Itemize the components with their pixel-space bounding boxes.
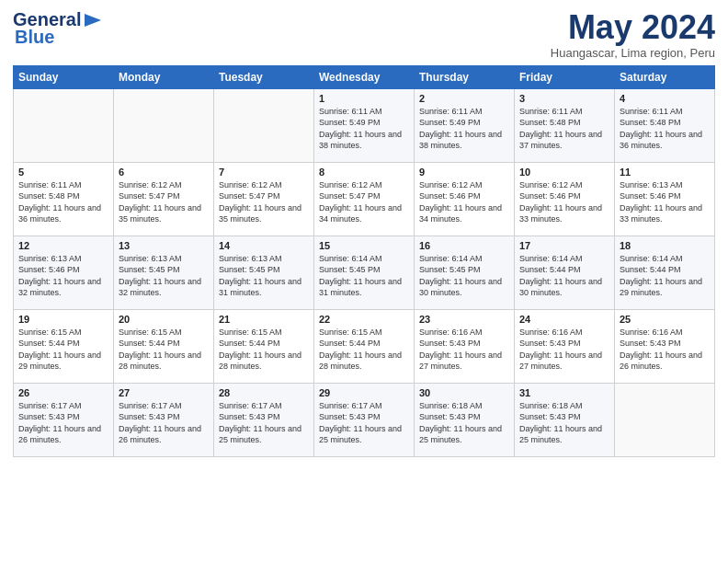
calendar-cell: 16Sunrise: 6:14 AM Sunset: 5:45 PM Dayli…	[415, 236, 515, 309]
calendar-cell: 27Sunrise: 6:17 AM Sunset: 5:43 PM Dayli…	[114, 383, 214, 456]
day-number: 23	[419, 314, 509, 325]
day-number: 24	[519, 314, 609, 325]
day-info: Sunrise: 6:14 AM Sunset: 5:45 PM Dayligh…	[419, 253, 509, 299]
day-info: Sunrise: 6:14 AM Sunset: 5:45 PM Dayligh…	[319, 253, 409, 299]
calendar-cell: 8Sunrise: 6:12 AM Sunset: 5:47 PM Daylig…	[314, 162, 415, 236]
logo: General Blue	[13, 9, 103, 48]
calendar-cell: 24Sunrise: 6:16 AM Sunset: 5:43 PM Dayli…	[515, 309, 615, 383]
calendar-body: 1Sunrise: 6:11 AM Sunset: 5:49 PM Daylig…	[14, 88, 715, 456]
calendar-cell: 5Sunrise: 6:11 AM Sunset: 5:48 PM Daylig…	[14, 162, 114, 236]
calendar-cell: 3Sunrise: 6:11 AM Sunset: 5:48 PM Daylig…	[515, 88, 615, 162]
day-info: Sunrise: 6:16 AM Sunset: 5:43 PM Dayligh…	[419, 327, 509, 373]
calendar-cell: 17Sunrise: 6:14 AM Sunset: 5:44 PM Dayli…	[515, 236, 615, 309]
day-info: Sunrise: 6:16 AM Sunset: 5:43 PM Dayligh…	[519, 327, 609, 373]
calendar-cell: 1Sunrise: 6:11 AM Sunset: 5:49 PM Daylig…	[314, 88, 415, 162]
day-number: 26	[18, 387, 108, 398]
calendar-header-row: SundayMondayTuesdayWednesdayThursdayFrid…	[14, 65, 715, 88]
weekday-header: Tuesday	[214, 65, 314, 88]
day-number: 11	[620, 167, 710, 178]
day-info: Sunrise: 6:13 AM Sunset: 5:46 PM Dayligh…	[620, 179, 710, 225]
weekday-header: Saturday	[615, 65, 715, 88]
calendar-cell: 25Sunrise: 6:16 AM Sunset: 5:43 PM Dayli…	[615, 309, 715, 383]
day-number: 10	[519, 167, 609, 178]
day-number: 31	[519, 387, 609, 398]
day-number: 29	[319, 387, 409, 398]
title-area: May 2024 Huangascar, Lima region, Peru	[551, 9, 715, 60]
calendar-cell: 14Sunrise: 6:13 AM Sunset: 5:45 PM Dayli…	[214, 236, 314, 309]
day-info: Sunrise: 6:17 AM Sunset: 5:43 PM Dayligh…	[18, 400, 108, 446]
day-info: Sunrise: 6:11 AM Sunset: 5:48 PM Dayligh…	[519, 106, 609, 152]
day-info: Sunrise: 6:13 AM Sunset: 5:45 PM Dayligh…	[219, 253, 309, 299]
page-header: General Blue May 2024 Huangascar, Lima r…	[13, 9, 715, 60]
day-info: Sunrise: 6:15 AM Sunset: 5:44 PM Dayligh…	[18, 327, 108, 373]
day-number: 6	[119, 167, 209, 178]
day-info: Sunrise: 6:12 AM Sunset: 5:46 PM Dayligh…	[519, 179, 609, 225]
weekday-header: Friday	[515, 65, 615, 88]
day-number: 18	[620, 240, 710, 251]
day-number: 30	[419, 387, 509, 398]
calendar-cell: 10Sunrise: 6:12 AM Sunset: 5:46 PM Dayli…	[515, 162, 615, 236]
calendar-cell: 31Sunrise: 6:18 AM Sunset: 5:43 PM Dayli…	[515, 383, 615, 456]
logo-blue: Blue	[15, 27, 54, 48]
day-info: Sunrise: 6:12 AM Sunset: 5:46 PM Dayligh…	[419, 179, 509, 225]
calendar-cell: 11Sunrise: 6:13 AM Sunset: 5:46 PM Dayli…	[615, 162, 715, 236]
day-number: 15	[319, 240, 409, 251]
day-info: Sunrise: 6:11 AM Sunset: 5:48 PM Dayligh…	[18, 179, 108, 225]
weekday-header: Wednesday	[314, 65, 415, 88]
day-number: 20	[119, 314, 209, 325]
day-info: Sunrise: 6:13 AM Sunset: 5:46 PM Dayligh…	[18, 253, 108, 299]
day-info: Sunrise: 6:17 AM Sunset: 5:43 PM Dayligh…	[319, 400, 409, 446]
calendar-cell	[615, 383, 715, 456]
day-info: Sunrise: 6:18 AM Sunset: 5:43 PM Dayligh…	[419, 400, 509, 446]
calendar-cell: 9Sunrise: 6:12 AM Sunset: 5:46 PM Daylig…	[415, 162, 515, 236]
day-number: 12	[18, 240, 108, 251]
day-info: Sunrise: 6:16 AM Sunset: 5:43 PM Dayligh…	[620, 327, 710, 373]
location-subtitle: Huangascar, Lima region, Peru	[551, 46, 715, 60]
day-number: 17	[519, 240, 609, 251]
calendar-cell: 21Sunrise: 6:15 AM Sunset: 5:44 PM Dayli…	[214, 309, 314, 383]
day-info: Sunrise: 6:15 AM Sunset: 5:44 PM Dayligh…	[319, 327, 409, 373]
calendar-cell: 22Sunrise: 6:15 AM Sunset: 5:44 PM Dayli…	[314, 309, 415, 383]
calendar-cell: 18Sunrise: 6:14 AM Sunset: 5:44 PM Dayli…	[615, 236, 715, 309]
day-number: 8	[319, 167, 409, 178]
calendar-cell	[14, 88, 114, 162]
calendar-cell: 12Sunrise: 6:13 AM Sunset: 5:46 PM Dayli…	[14, 236, 114, 309]
calendar-cell: 6Sunrise: 6:12 AM Sunset: 5:47 PM Daylig…	[114, 162, 214, 236]
calendar-cell: 20Sunrise: 6:15 AM Sunset: 5:44 PM Dayli…	[114, 309, 214, 383]
day-info: Sunrise: 6:13 AM Sunset: 5:45 PM Dayligh…	[119, 253, 209, 299]
weekday-header: Thursday	[415, 65, 515, 88]
day-number: 19	[18, 314, 108, 325]
day-number: 5	[18, 167, 108, 178]
day-info: Sunrise: 6:11 AM Sunset: 5:49 PM Dayligh…	[319, 106, 409, 152]
day-info: Sunrise: 6:11 AM Sunset: 5:49 PM Dayligh…	[419, 106, 509, 152]
month-title: May 2024	[551, 9, 715, 46]
calendar-cell	[114, 88, 214, 162]
calendar-week-row: 19Sunrise: 6:15 AM Sunset: 5:44 PM Dayli…	[14, 309, 715, 383]
day-info: Sunrise: 6:11 AM Sunset: 5:48 PM Dayligh…	[620, 106, 710, 152]
day-info: Sunrise: 6:17 AM Sunset: 5:43 PM Dayligh…	[119, 400, 209, 446]
day-info: Sunrise: 6:12 AM Sunset: 5:47 PM Dayligh…	[319, 179, 409, 225]
calendar-week-row: 1Sunrise: 6:11 AM Sunset: 5:49 PM Daylig…	[14, 88, 715, 162]
calendar-cell: 26Sunrise: 6:17 AM Sunset: 5:43 PM Dayli…	[14, 383, 114, 456]
day-number: 1	[319, 93, 409, 104]
day-info: Sunrise: 6:12 AM Sunset: 5:47 PM Dayligh…	[119, 179, 209, 225]
day-number: 16	[419, 240, 509, 251]
calendar-cell: 30Sunrise: 6:18 AM Sunset: 5:43 PM Dayli…	[415, 383, 515, 456]
day-info: Sunrise: 6:14 AM Sunset: 5:44 PM Dayligh…	[620, 253, 710, 299]
calendar-cell	[214, 88, 314, 162]
calendar-cell: 23Sunrise: 6:16 AM Sunset: 5:43 PM Dayli…	[415, 309, 515, 383]
weekday-header: Monday	[114, 65, 214, 88]
day-number: 22	[319, 314, 409, 325]
calendar-week-row: 26Sunrise: 6:17 AM Sunset: 5:43 PM Dayli…	[14, 383, 715, 456]
day-info: Sunrise: 6:17 AM Sunset: 5:43 PM Dayligh…	[219, 400, 309, 446]
calendar-table: SundayMondayTuesdayWednesdayThursdayFrid…	[13, 65, 715, 457]
day-info: Sunrise: 6:14 AM Sunset: 5:44 PM Dayligh…	[519, 253, 609, 299]
day-number: 25	[620, 314, 710, 325]
day-number: 3	[519, 93, 609, 104]
calendar-cell: 29Sunrise: 6:17 AM Sunset: 5:43 PM Dayli…	[314, 383, 415, 456]
calendar-cell: 4Sunrise: 6:11 AM Sunset: 5:48 PM Daylig…	[615, 88, 715, 162]
day-number: 13	[119, 240, 209, 251]
calendar-cell: 7Sunrise: 6:12 AM Sunset: 5:47 PM Daylig…	[214, 162, 314, 236]
day-number: 28	[219, 387, 309, 398]
day-info: Sunrise: 6:12 AM Sunset: 5:47 PM Dayligh…	[219, 179, 309, 225]
